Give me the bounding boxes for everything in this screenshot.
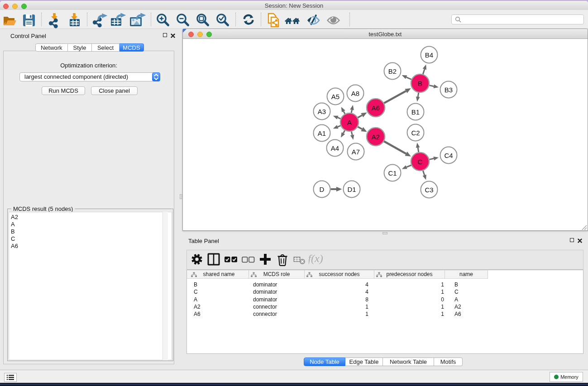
svg-text:C3: C3 bbox=[425, 186, 433, 194]
svg-text:A3: A3 bbox=[318, 108, 326, 115]
svg-text:A4: A4 bbox=[331, 144, 339, 152]
svg-text:D1: D1 bbox=[347, 186, 356, 193]
svg-text:A5: A5 bbox=[331, 93, 339, 100]
svg-text:B2: B2 bbox=[388, 67, 397, 75]
svg-text:A7: A7 bbox=[352, 148, 360, 156]
svg-text:f(x): f(x) bbox=[309, 253, 323, 264]
svg-text:A: A bbox=[347, 119, 352, 126]
svg-text:C: C bbox=[418, 158, 423, 166]
svg-text:D: D bbox=[320, 186, 325, 193]
svg-text:C1: C1 bbox=[388, 169, 397, 177]
svg-text:B3: B3 bbox=[445, 86, 453, 94]
svg-text:B4: B4 bbox=[425, 51, 433, 59]
svg-text:C2: C2 bbox=[411, 129, 420, 137]
svg-text:A1: A1 bbox=[318, 129, 326, 137]
svg-text:B1: B1 bbox=[411, 108, 420, 116]
svg-text:A6: A6 bbox=[372, 104, 380, 112]
svg-text:B: B bbox=[418, 80, 422, 87]
svg-text:C4: C4 bbox=[444, 152, 453, 159]
svg-text:A2: A2 bbox=[372, 133, 380, 141]
svg-text:A8: A8 bbox=[351, 90, 359, 97]
